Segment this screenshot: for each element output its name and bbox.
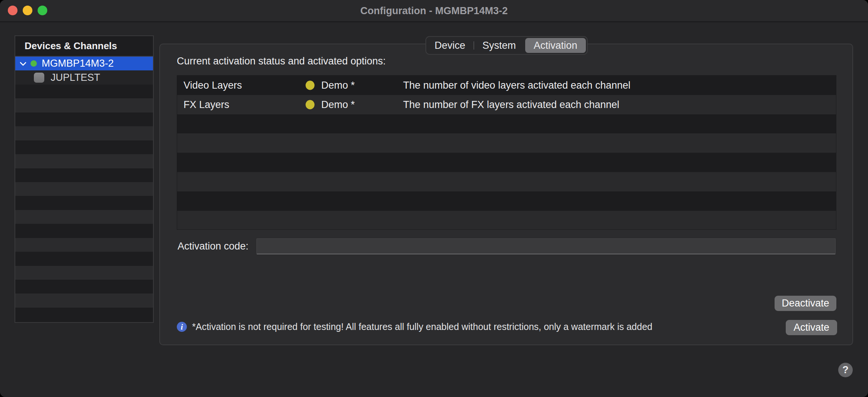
- option-row[interactable]: Video LayersDemo *The number of video la…: [177, 76, 836, 95]
- sidebar-empty-row: [15, 182, 153, 196]
- help-button[interactable]: ?: [838, 363, 853, 377]
- option-row[interactable]: FX LayersDemo *The number of FX layers a…: [177, 95, 836, 114]
- sidebar-empty-row: [15, 196, 153, 210]
- tab-system[interactable]: System: [474, 37, 524, 54]
- empty-table-row: [177, 191, 836, 211]
- empty-table-row: [177, 172, 836, 191]
- device-name: MGMBP14M3-2: [42, 58, 114, 69]
- device-row[interactable]: MGMBP14M3-2: [15, 57, 153, 70]
- devices-channels-list: Devices & Channels MGMBP14M3-2JUPLTEST: [15, 35, 154, 323]
- option-status: Demo *: [321, 79, 355, 91]
- info-icon: i: [177, 322, 187, 332]
- tab-activation[interactable]: Activation: [525, 38, 586, 53]
- sidebar-empty-row: [15, 266, 153, 280]
- activation-note: *Activation is not required for testing!…: [192, 321, 652, 332]
- segmented-control: Device System Activation: [425, 36, 588, 55]
- activation-status-heading: Current activation status and activated …: [177, 55, 386, 67]
- deactivate-button[interactable]: Deactivate: [775, 296, 836, 311]
- sidebar-empty-row: [15, 112, 153, 126]
- sidebar-empty-row: [15, 238, 153, 252]
- option-description: The number of video layers activated eac…: [403, 79, 631, 91]
- sidebar-empty-row: [15, 140, 153, 154]
- activation-code-input[interactable]: [256, 238, 836, 254]
- sidebar-empty-row: [15, 154, 153, 168]
- sidebar-empty-row: [15, 224, 153, 238]
- sidebar-empty-row: [15, 98, 153, 112]
- option-description: The number of FX layers activated each c…: [403, 99, 619, 110]
- option-name: Video Layers: [184, 79, 242, 91]
- option-status-dot: [306, 80, 315, 90]
- sidebar-empty-row: [15, 168, 153, 182]
- channel-name: JUPLTEST: [51, 72, 100, 83]
- options-table: Video LayersDemo *The number of video la…: [177, 75, 836, 230]
- option-status: Demo *: [321, 99, 355, 110]
- configuration-window: Configuration - MGMBP14M3-2 Devices & Ch…: [0, 0, 868, 397]
- sidebar-empty-row: [15, 252, 153, 266]
- channel-checkbox[interactable]: [34, 73, 44, 83]
- sidebar-empty-row: [15, 210, 153, 224]
- sidebar-empty-row: [15, 280, 153, 293]
- activation-panel: Current activation status and activated …: [159, 44, 853, 345]
- activate-button[interactable]: Activate: [786, 320, 837, 335]
- sidebar-empty-row: [15, 126, 153, 140]
- empty-table-row: [177, 133, 836, 153]
- sidebar-empty-row: [15, 85, 153, 98]
- channel-row[interactable]: JUPLTEST: [15, 70, 153, 84]
- empty-table-row: [177, 211, 836, 230]
- tab-device[interactable]: Device: [426, 37, 473, 54]
- sidebar-empty-row: [15, 308, 153, 321]
- empty-table-row: [177, 114, 836, 134]
- empty-table-row: [177, 153, 836, 172]
- sidebar-empty-row: [15, 293, 153, 307]
- option-status-dot: [306, 100, 315, 109]
- titlebar[interactable]: Configuration - MGMBP14M3-2: [0, 0, 868, 22]
- activation-code-label: Activation code:: [178, 241, 249, 252]
- window-title: Configuration - MGMBP14M3-2: [0, 0, 868, 21]
- chevron-down-icon[interactable]: [19, 60, 27, 68]
- option-name: FX Layers: [184, 99, 229, 110]
- sidebar-header: Devices & Channels: [15, 36, 153, 57]
- device-status-dot: [31, 60, 37, 67]
